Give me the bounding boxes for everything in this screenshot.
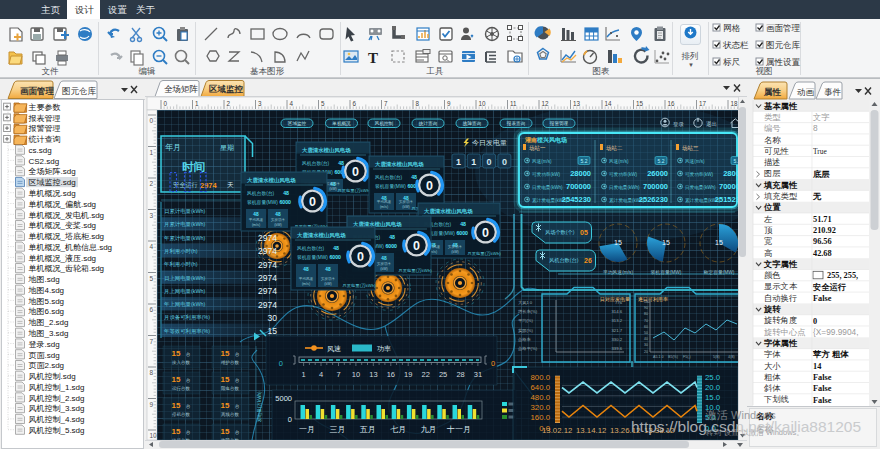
svg-text:5: 5 <box>150 275 154 282</box>
svg-text:0: 0 <box>413 239 420 253</box>
svg-text:0: 0 <box>482 226 489 240</box>
svg-text:6000: 6000 <box>385 243 397 249</box>
svg-text:风机控制_5.sdg: 风机控制_5.sdg <box>29 426 85 435</box>
svg-text:10: 10 <box>352 370 360 379</box>
svg-text:25.0: 25.0 <box>705 373 721 382</box>
svg-text:15: 15 <box>221 349 230 358</box>
svg-text:日发电量(kWh): 日发电量(kWh) <box>532 184 563 191</box>
svg-text:776: 776 <box>615 300 623 305</box>
svg-text:7: 7 <box>384 100 388 107</box>
svg-text:装机容量(MW): 装机容量(MW) <box>375 183 406 190</box>
svg-text:旋转角度: 旋转角度 <box>764 315 797 325</box>
svg-text:9: 9 <box>447 100 451 107</box>
svg-text:15: 15 <box>268 326 278 336</box>
svg-text:大唐清水樘山风电场: 大唐清水樘山风电场 <box>423 208 473 215</box>
svg-text:(m/s): (m/s) <box>252 223 260 227</box>
svg-text:离线台数: 离线台数 <box>221 412 240 417</box>
svg-text:9: 9 <box>150 401 154 408</box>
svg-text:51.71: 51.71 <box>813 215 832 224</box>
svg-text:0: 0 <box>309 195 316 209</box>
svg-text:风场个数(个): 风场个数(个) <box>545 229 575 236</box>
svg-text:统计查询: 统计查询 <box>29 135 61 144</box>
svg-text:2974: 2974 <box>258 286 277 296</box>
svg-text:风机控制_2.sdg: 风机控制_2.sdg <box>29 394 85 403</box>
svg-text:05: 05 <box>580 229 588 236</box>
svg-text:28000: 28000 <box>723 169 738 178</box>
svg-text:2974: 2974 <box>258 246 277 256</box>
svg-text:接入台数: 接入台数 <box>171 360 191 365</box>
svg-text:False: False <box>813 384 832 393</box>
svg-text:实发功率: 实发功率 <box>448 244 463 249</box>
svg-text:单机概况_塔底柜.sdg: 单机概况_塔底柜.sdg <box>29 232 105 241</box>
svg-text:13: 13 <box>369 370 377 379</box>
svg-text:314.6: 314.6 <box>612 309 623 314</box>
svg-text:15: 15 <box>221 401 230 410</box>
svg-text:15: 15 <box>662 239 670 246</box>
svg-text:210.92: 210.92 <box>813 226 836 235</box>
svg-text:平均风速: 平均风速 <box>299 276 314 281</box>
svg-text:风机控制_1.sdg: 风机控制_1.sdg <box>29 383 85 392</box>
svg-text:15: 15 <box>172 375 181 384</box>
svg-text:日发电量(kWh): 日发电量(kWh) <box>685 184 716 191</box>
svg-text:网格: 网格 <box>723 23 741 33</box>
svg-text:4: 4 <box>319 370 323 379</box>
svg-text:基本属性: 基本属性 <box>763 101 798 111</box>
svg-text:显示文本: 显示文本 <box>764 281 798 291</box>
svg-text:F5(,): F5(,) <box>683 355 691 359</box>
svg-text:风机台数(台): 风机台数(台) <box>549 257 579 264</box>
svg-text:15.0: 15.0 <box>705 393 721 402</box>
svg-text:月发电量(万kWh): 月发电量(万kWh) <box>398 268 432 273</box>
svg-text:11: 11 <box>510 100 517 107</box>
svg-text:0: 0 <box>279 359 283 368</box>
svg-text:1: 1 <box>302 370 306 379</box>
svg-text:0: 0 <box>164 100 168 107</box>
svg-text:2526230: 2526230 <box>639 195 668 204</box>
svg-text:字体: 字体 <box>764 349 781 359</box>
svg-text:台: 台 <box>186 430 191 435</box>
svg-text:月发电量(万kWh): 月发电量(万kWh) <box>337 188 371 193</box>
svg-text:2974: 2974 <box>258 260 277 270</box>
svg-text:描述: 描述 <box>764 157 781 167</box>
svg-text:15: 15 <box>221 427 230 436</box>
svg-text:True: True <box>813 147 827 156</box>
svg-text:(kW): (kW) <box>451 250 459 254</box>
svg-text:42.68: 42.68 <box>813 249 832 258</box>
svg-text:实发功率: 实发功率 <box>271 217 286 222</box>
svg-text:0: 0 <box>150 117 154 124</box>
svg-text:False: False <box>813 373 832 382</box>
svg-text:339.6: 339.6 <box>612 346 623 351</box>
svg-text:旋转: 旋转 <box>763 304 781 314</box>
svg-text:0: 0 <box>357 250 364 264</box>
svg-text:图元仓库: 图元仓库 <box>766 40 801 50</box>
svg-text:8: 8 <box>416 100 420 107</box>
svg-text:区域监控: 区域监控 <box>209 84 244 94</box>
svg-text:15: 15 <box>715 239 723 246</box>
svg-text:五月: 五月 <box>360 425 376 434</box>
svg-text:25: 25 <box>439 370 447 379</box>
svg-text:风机控制_4.sdg: 风机控制_4.sdg <box>29 415 85 424</box>
svg-text:场站二: 场站二 <box>606 145 623 152</box>
svg-text:大小: 大小 <box>764 361 781 371</box>
svg-text:48: 48 <box>381 256 387 261</box>
svg-text:月发电量(万kWh): 月发电量(万kWh) <box>342 283 376 288</box>
svg-text:(m/s): (m/s) <box>380 205 388 209</box>
svg-text:动画: 动画 <box>797 87 815 97</box>
svg-text:九月: 九月 <box>421 425 437 434</box>
svg-text:全场矩阵.sdg: 全场矩阵.sdg <box>29 167 76 176</box>
svg-text:480.0: 480.0 <box>530 393 550 402</box>
svg-text:标尺: 标尺 <box>723 57 741 67</box>
svg-text:年利用小时(h): 年利用小时(h) <box>164 261 198 268</box>
svg-text:三月: 三月 <box>329 425 345 434</box>
svg-text:{X=99.9904,: {X=99.9904, <box>813 327 858 337</box>
svg-text:实发功率: 实发功率 <box>326 181 341 186</box>
svg-text:地图.sdg: 地图.sdg <box>28 275 60 284</box>
svg-text:48: 48 <box>411 174 417 180</box>
svg-text:T: T <box>368 50 378 66</box>
svg-text:4(B): 4(B) <box>728 355 735 359</box>
svg-text:月利用小时(h): 月利用小时(h) <box>164 248 198 255</box>
svg-text:全场矩阵: 全场矩阵 <box>164 84 199 94</box>
svg-text:旋转中心点: 旋转中心点 <box>764 327 805 337</box>
svg-text:大唐清水樘山风电场: 大唐清水樘山风电场 <box>296 232 346 239</box>
svg-text:(kW): (kW) <box>329 187 337 191</box>
svg-text:单机概况_发电机.sdg: 单机概况_发电机.sdg <box>29 211 105 220</box>
